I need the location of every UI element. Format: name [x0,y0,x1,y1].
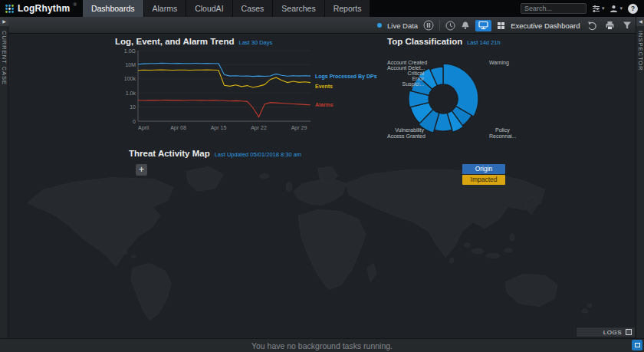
donut-label: Critical [387,71,424,76]
svg-text:10M: 10M [125,62,136,67]
threat-map-title: Threat Activity Map [129,149,210,158]
filter-icon[interactable] [623,21,632,30]
inspector-rail[interactable]: ◀ INSPECTOR [636,17,644,338]
current-case-rail[interactable]: ▶ CURRENT CASE [0,17,8,338]
settings-icon[interactable]: ▾ [592,5,605,12]
threat-map-range: Last Updated 05/01/2018 8:30 am [215,151,301,158]
expand-inspector-icon[interactable]: ◀ [636,17,644,26]
search-input[interactable] [521,3,586,14]
tab-cases[interactable]: Cases [233,0,274,17]
toolbar-divider [439,20,440,31]
dashboard-toolbar: Live Data [0,17,644,34]
topbar: LogRhythm ® Dashboards Alarms CloudAI Ca… [0,0,644,17]
svg-text:Logs Processed By DPs: Logs Processed By DPs [315,74,377,80]
logs-tray[interactable]: LOGS [576,327,636,337]
live-data-dot-icon [377,23,382,28]
donut-label: Error [387,76,424,81]
inspector-rail-label: INSPECTOR [637,31,644,71]
threat-map-widget: Threat Activity Map Last Updated 05/01/2… [8,147,636,337]
svg-text:Apr 22: Apr 22 [251,125,267,131]
svg-text:April: April [138,125,149,131]
sliders-icon [592,5,600,12]
svg-text:Apr 08: Apr 08 [170,125,186,131]
logrhythm-logo[interactable]: LogRhythm ® [0,0,83,17]
primary-nav: Dashboards Alarms CloudAI Cases Searches… [83,0,371,17]
donut-label: Access Granted [387,133,424,139]
logo-trademark: ® [73,2,76,7]
undo-icon[interactable] [587,21,597,31]
toolbar-right-group [587,17,632,34]
legend-origin-button[interactable]: Origin [462,164,505,174]
donut-label: Reconnai... [489,133,516,139]
screen-mode-icon[interactable] [475,20,491,31]
user-icon [610,5,618,13]
donut-label: Warning [489,60,509,65]
time-range-icon[interactable] [445,21,455,31]
tab-searches[interactable]: Searches [273,0,324,17]
map-zoom-in-button[interactable]: + [136,164,147,176]
legend-impacted-button[interactable]: Impacted [462,175,505,185]
donut-label: Account Created [387,60,424,65]
live-data-label: Live Data [387,21,418,30]
svg-text:Apr 15: Apr 15 [211,125,227,131]
svg-text:1.0k: 1.0k [126,90,136,96]
trend-widget: Log, Event, and Alarm Trend Last 30 Days… [115,37,385,144]
background-tasks-message: You have no background tasks running. [0,339,644,352]
trend-widget-title: Log, Event, and Alarm Trend [115,37,235,46]
help-icon[interactable]: ? [628,4,638,14]
status-footer: You have no background tasks running. [0,338,644,352]
tab-cloudai[interactable]: CloudAI [186,0,232,17]
chevron-down-icon: ▾ [619,5,623,12]
map-legend: Origin Impacted [462,164,505,186]
world-map[interactable] [8,160,636,334]
dashboard-selector[interactable]: Executive Dashboard [511,21,580,30]
print-icon[interactable] [605,21,615,31]
topbar-right: ▾ ▾ ? [521,0,644,17]
dashboard-grid-icon[interactable] [497,21,505,30]
current-case-rail-label: CURRENT CASE [1,31,8,85]
svg-text:Apr 29: Apr 29 [291,125,307,131]
chevron-down-icon: ▾ [602,5,605,12]
logs-tray-label: LOGS [603,329,622,336]
svg-text:10: 10 [130,104,136,110]
donut-label: Vulnerability [387,127,424,133]
classification-donut-chart[interactable]: Account Created Account Delet... Critica… [387,48,502,155]
svg-text:Alarms: Alarms [315,102,334,107]
tab-alarms[interactable]: Alarms [144,0,187,17]
classification-widget-range[interactable]: Last 14d 21h [467,39,500,46]
donut-label: Policy [495,127,510,133]
alerts-icon[interactable] [461,21,470,30]
svg-text:100k: 100k [124,76,136,81]
pause-icon[interactable] [423,20,434,31]
tab-reports[interactable]: Reports [325,0,371,17]
classification-widget: Top Classification Last 14d 21h Account … [387,37,640,148]
expand-current-case-icon[interactable]: ▶ [0,17,8,26]
svg-text:1.0G: 1.0G [124,48,136,54]
classification-widget-title: Top Classification [387,37,462,46]
trend-widget-range[interactable]: Last 30 Days [239,39,273,46]
donut-label: Account Delet... [387,65,424,71]
svg-text:0: 0 [133,119,136,124]
logo-text: LogRhythm [18,3,70,14]
task-panel-icon[interactable] [632,340,642,350]
svg-text:Events: Events [315,84,333,89]
popout-icon[interactable] [626,329,632,335]
user-menu-icon[interactable]: ▾ [610,5,623,13]
toolbar-center-group: Live Data [377,17,580,34]
logrhythm-dots-icon [5,4,15,14]
donut-label: Suspici... [387,81,424,87]
trend-line-chart[interactable]: 0101.0k100k10M1.0GAprilApr 08Apr 15Apr 2… [115,46,385,138]
tab-dashboards[interactable]: Dashboards [83,0,144,17]
